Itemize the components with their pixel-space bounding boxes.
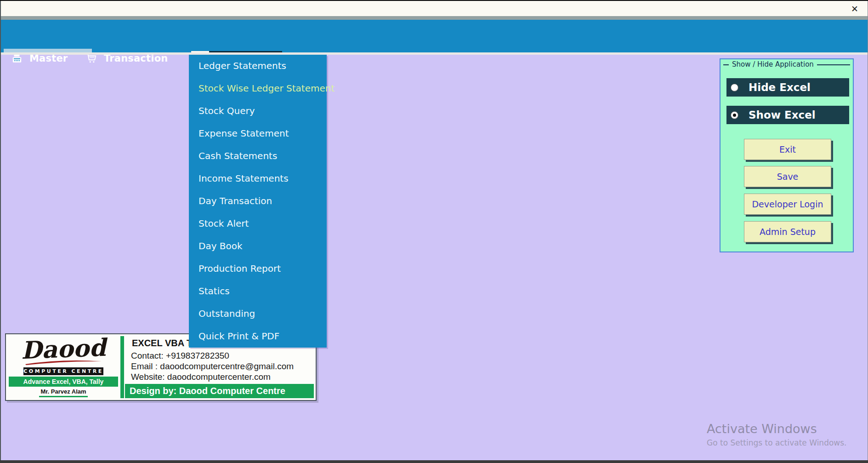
menu-item-statics[interactable]: Statics [189, 280, 327, 303]
menu-item-cash-statements[interactable]: Cash Statements [189, 145, 327, 167]
taskbar-edge [0, 460, 868, 463]
card-website: Website: daoodcomputercenter.com [131, 372, 271, 382]
card-owner: Mr. Parvez Alam [6, 388, 121, 395]
panel-frame-line: Show / Hide Application [723, 64, 850, 65]
card-logo-section: Daood COMPUTER CENTRE Advance Excel, VBA… [6, 334, 121, 400]
menu-item-stock-alert[interactable]: Stock Alert [189, 212, 327, 235]
activate-windows-watermark: Activate Windows Go to Settings to activ… [707, 422, 847, 447]
menu-item-ledger-statements[interactable]: Ledger Statements [189, 55, 327, 77]
menu-item-income-statements[interactable]: Income Statements [189, 167, 327, 190]
radio-checked-icon[interactable] [731, 111, 738, 119]
card-heading: EXCEL VBA T [132, 338, 192, 349]
save-button[interactable]: Save [744, 166, 831, 187]
menu-item-stock-query[interactable]: Stock Query [189, 100, 327, 122]
owner-underline [39, 396, 88, 397]
card-email: Email : daoodcomputercentre@gmail.com [131, 361, 294, 372]
tab-master[interactable]: Master [11, 48, 68, 69]
show-hide-panel: Show / Hide Application Hide Excel Show … [720, 58, 854, 252]
radio-unchecked-icon[interactable] [731, 84, 738, 91]
developer-login-button[interactable]: Developer Login [744, 194, 831, 215]
card-logo-subtitle: COMPUTER CENTRE [23, 367, 103, 375]
titlebar-divider [0, 16, 868, 20]
admin-setup-button[interactable]: Admin Setup [744, 221, 831, 242]
show-excel-option[interactable]: Show Excel [726, 106, 849, 124]
reports-dropdown-menu: Ledger Statements Stock Wise Ledger Stat… [189, 55, 327, 348]
menu-item-outstanding[interactable]: Outstanding [189, 303, 327, 325]
exit-button[interactable]: Exit [744, 139, 831, 160]
menu-item-day-transaction[interactable]: Day Transaction [189, 190, 327, 212]
card-design-by: Design by: Daood Computer Centre [125, 384, 314, 398]
menu-item-quick-print-pdf[interactable]: Quick Print & PDF [189, 325, 327, 348]
tab-transaction[interactable]: Transaction [85, 48, 168, 69]
app-window: ✕ Master [0, 0, 868, 463]
menu-item-day-book[interactable]: Day Book [189, 235, 327, 257]
menu-bar: Master Transaction [0, 20, 868, 52]
hide-excel-option[interactable]: Hide Excel [726, 78, 849, 97]
card-divider [120, 336, 124, 398]
card-tagline: Advance Excel, VBA, Tally [9, 377, 118, 387]
watermark-title: Activate Windows [707, 422, 847, 436]
daood-logo: Daood [6, 334, 121, 364]
close-icon[interactable]: ✕ [849, 3, 861, 15]
menu-item-stock-wise-ledger[interactable]: Stock Wise Ledger Statement [189, 77, 327, 100]
show-excel-label: Show Excel [749, 109, 816, 121]
menu-item-production-report[interactable]: Production Report [189, 257, 327, 280]
title-bar: ✕ [0, 1, 868, 16]
window-left-border [0, 1, 1, 463]
watermark-subtitle: Go to Settings to activate Windows. [707, 438, 847, 447]
ribbon-bottom-line [0, 52, 868, 55]
menu-item-expense-statement[interactable]: Expense Statement [189, 122, 327, 145]
hide-excel-label: Hide Excel [749, 81, 811, 93]
panel-title: Show / Hide Application [729, 60, 817, 69]
card-contact: Contact: +919837282350 [131, 351, 229, 361]
